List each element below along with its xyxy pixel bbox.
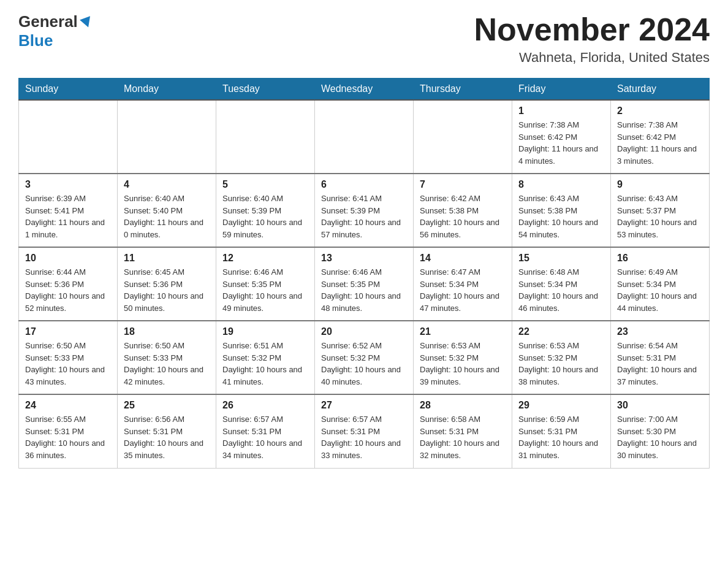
calendar-body: 1Sunrise: 7:38 AM Sunset: 6:42 PM Daylig… [19,100,710,468]
day-info: Sunrise: 6:57 AM Sunset: 5:31 PM Dayligh… [321,413,407,461]
title-area: November 2024 Wahneta, Florida, United S… [474,12,710,66]
day-number: 24 [25,400,111,411]
day-number: 13 [321,253,407,264]
day-number: 26 [222,400,308,411]
day-number: 25 [124,400,210,411]
day-info: Sunrise: 6:52 AM Sunset: 5:32 PM Dayligh… [321,340,407,388]
calendar-header-wednesday: Wednesday [315,79,414,101]
calendar-header-friday: Friday [512,79,611,101]
calendar-week-row: 10Sunrise: 6:44 AM Sunset: 5:36 PM Dayli… [19,247,710,321]
calendar-day-cell: 23Sunrise: 6:54 AM Sunset: 5:31 PM Dayli… [611,321,710,394]
header: General Blue November 2024 Wahneta, Flor… [18,12,710,66]
day-info: Sunrise: 6:39 AM Sunset: 5:41 PM Dayligh… [25,193,111,240]
day-info: Sunrise: 6:40 AM Sunset: 5:39 PM Dayligh… [222,193,308,240]
day-number: 14 [420,253,506,264]
day-info: Sunrise: 6:50 AM Sunset: 5:33 PM Dayligh… [124,340,210,388]
day-number: 6 [321,179,407,190]
day-info: Sunrise: 6:53 AM Sunset: 5:32 PM Dayligh… [518,340,604,388]
calendar-day-cell: 29Sunrise: 6:59 AM Sunset: 5:31 PM Dayli… [512,394,611,468]
calendar-day-cell: 21Sunrise: 6:53 AM Sunset: 5:32 PM Dayli… [414,321,512,394]
day-number: 22 [518,326,604,337]
calendar-day-cell: 22Sunrise: 6:53 AM Sunset: 5:32 PM Dayli… [512,321,611,394]
day-info: Sunrise: 6:40 AM Sunset: 5:40 PM Dayligh… [124,193,210,240]
calendar-day-cell: 7Sunrise: 6:42 AM Sunset: 5:38 PM Daylig… [414,174,512,247]
calendar-day-cell: 17Sunrise: 6:50 AM Sunset: 5:33 PM Dayli… [19,321,118,394]
day-number: 17 [25,326,111,337]
day-number: 20 [321,326,407,337]
calendar-day-cell: 15Sunrise: 6:48 AM Sunset: 5:34 PM Dayli… [512,247,611,321]
calendar-day-cell: 19Sunrise: 6:51 AM Sunset: 5:32 PM Dayli… [216,321,315,394]
day-info: Sunrise: 6:49 AM Sunset: 5:34 PM Dayligh… [617,266,703,314]
calendar-day-cell [19,100,118,174]
calendar-day-cell: 16Sunrise: 6:49 AM Sunset: 5:34 PM Dayli… [611,247,710,321]
calendar-header-thursday: Thursday [414,79,512,101]
day-number: 5 [222,179,308,190]
day-number: 29 [518,400,604,411]
day-info: Sunrise: 6:59 AM Sunset: 5:31 PM Dayligh… [518,413,604,461]
day-number: 9 [617,179,703,190]
day-number: 30 [617,400,703,411]
day-info: Sunrise: 6:43 AM Sunset: 5:38 PM Dayligh… [518,193,604,240]
day-info: Sunrise: 6:46 AM Sunset: 5:35 PM Dayligh… [321,266,407,314]
day-number: 27 [321,400,407,411]
calendar-week-row: 3Sunrise: 6:39 AM Sunset: 5:41 PM Daylig… [19,174,710,247]
day-number: 11 [124,253,210,264]
calendar-day-cell [118,100,216,174]
day-info: Sunrise: 6:57 AM Sunset: 5:31 PM Dayligh… [222,413,308,461]
calendar-day-cell: 13Sunrise: 6:46 AM Sunset: 5:35 PM Dayli… [315,247,414,321]
day-info: Sunrise: 6:46 AM Sunset: 5:35 PM Dayligh… [222,266,308,314]
calendar-day-cell: 4Sunrise: 6:40 AM Sunset: 5:40 PM Daylig… [118,174,216,247]
calendar-day-cell: 25Sunrise: 6:56 AM Sunset: 5:31 PM Dayli… [118,394,216,468]
day-number: 21 [420,326,506,337]
calendar-table: SundayMondayTuesdayWednesdayThursdayFrid… [18,78,710,469]
calendar-day-cell: 5Sunrise: 6:40 AM Sunset: 5:39 PM Daylig… [216,174,315,247]
calendar-day-cell: 11Sunrise: 6:45 AM Sunset: 5:36 PM Dayli… [118,247,216,321]
day-number: 12 [222,253,308,264]
day-info: Sunrise: 6:56 AM Sunset: 5:31 PM Dayligh… [124,413,210,461]
calendar-day-cell: 27Sunrise: 6:57 AM Sunset: 5:31 PM Dayli… [315,394,414,468]
day-number: 28 [420,400,506,411]
calendar-day-cell: 6Sunrise: 6:41 AM Sunset: 5:39 PM Daylig… [315,174,414,247]
day-info: Sunrise: 6:58 AM Sunset: 5:31 PM Dayligh… [420,413,506,461]
logo-triangle-icon [80,15,93,29]
day-info: Sunrise: 6:53 AM Sunset: 5:32 PM Dayligh… [420,340,506,388]
day-info: Sunrise: 7:00 AM Sunset: 5:30 PM Dayligh… [617,413,703,461]
calendar-week-row: 1Sunrise: 7:38 AM Sunset: 6:42 PM Daylig… [19,100,710,174]
calendar-day-cell: 3Sunrise: 6:39 AM Sunset: 5:41 PM Daylig… [19,174,118,247]
calendar-day-cell [414,100,512,174]
calendar-day-cell: 12Sunrise: 6:46 AM Sunset: 5:35 PM Dayli… [216,247,315,321]
day-number: 4 [124,179,210,190]
calendar-day-cell: 18Sunrise: 6:50 AM Sunset: 5:33 PM Dayli… [118,321,216,394]
day-number: 15 [518,253,604,264]
calendar-header-monday: Monday [118,79,216,101]
month-title: November 2024 [474,12,710,47]
calendar-day-cell: 14Sunrise: 6:47 AM Sunset: 5:34 PM Dayli… [414,247,512,321]
day-info: Sunrise: 6:55 AM Sunset: 5:31 PM Dayligh… [25,413,111,461]
location-title: Wahneta, Florida, United States [474,50,710,66]
day-number: 8 [518,179,604,190]
calendar-header-tuesday: Tuesday [216,79,315,101]
calendar-day-cell: 2Sunrise: 7:38 AM Sunset: 6:42 PM Daylig… [611,100,710,174]
calendar-week-row: 24Sunrise: 6:55 AM Sunset: 5:31 PM Dayli… [19,394,710,468]
day-number: 10 [25,253,111,264]
calendar-header-sunday: Sunday [19,79,118,101]
day-info: Sunrise: 7:38 AM Sunset: 6:42 PM Dayligh… [617,119,703,167]
day-number: 16 [617,253,703,264]
calendar-day-cell: 20Sunrise: 6:52 AM Sunset: 5:32 PM Dayli… [315,321,414,394]
day-number: 3 [25,179,111,190]
day-info: Sunrise: 6:42 AM Sunset: 5:38 PM Dayligh… [420,193,506,240]
day-number: 18 [124,326,210,337]
day-info: Sunrise: 6:54 AM Sunset: 5:31 PM Dayligh… [617,340,703,388]
day-info: Sunrise: 6:45 AM Sunset: 5:36 PM Dayligh… [124,266,210,314]
calendar-day-cell [315,100,414,174]
calendar-header-row: SundayMondayTuesdayWednesdayThursdayFrid… [19,79,710,101]
day-number: 1 [518,105,604,117]
day-number: 19 [222,326,308,337]
day-number: 2 [617,105,703,117]
logo-general-text: General [18,12,78,31]
day-number: 7 [420,179,506,190]
svg-marker-0 [80,16,93,29]
calendar-day-cell: 8Sunrise: 6:43 AM Sunset: 5:38 PM Daylig… [512,174,611,247]
calendar-day-cell: 24Sunrise: 6:55 AM Sunset: 5:31 PM Dayli… [19,394,118,468]
calendar-day-cell: 26Sunrise: 6:57 AM Sunset: 5:31 PM Dayli… [216,394,315,468]
